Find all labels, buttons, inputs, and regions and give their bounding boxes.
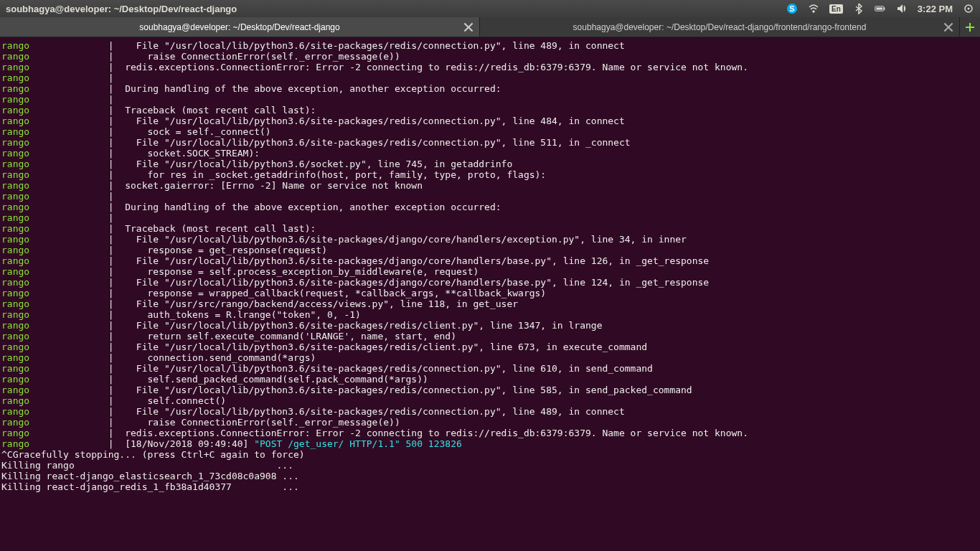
log-body: File "/usr/local/lib/python3.6/site-pack… xyxy=(114,342,648,352)
keyboard-lang-indicator[interactable]: En xyxy=(829,4,843,14)
new-tab-button[interactable] xyxy=(960,17,980,37)
log-tag: rango xyxy=(1,116,108,126)
log-tag: rango xyxy=(1,191,108,202)
log-body: File "/usr/local/lib/python3.6/site-pack… xyxy=(114,255,710,266)
log-tag: rango xyxy=(1,126,108,137)
log-body: Killing react-django_elasticsearch_1_73c… xyxy=(1,471,305,481)
log-tag: rango xyxy=(1,266,108,277)
terminal-line: rango | response = get_response(request) xyxy=(1,245,979,255)
log-body: Killing react-django_redis_1_fb38a1d4037… xyxy=(1,481,305,492)
terminal-line: rango | self.connect() xyxy=(1,395,979,406)
log-body: File "/usr/local/lib/python3.6/site-pack… xyxy=(114,40,625,51)
close-icon[interactable] xyxy=(943,22,953,32)
log-body: File "/usr/src/rango/backend/access/view… xyxy=(114,298,519,309)
terminal-tab-active[interactable]: soubhagya@developer: ~/Desktop/Dev/react… xyxy=(0,17,480,37)
log-pipe: | xyxy=(108,438,114,449)
terminal-line: rango | xyxy=(1,72,979,83)
log-tag: rango xyxy=(1,40,108,51)
terminal-line: rango | response = wrapped_callback(requ… xyxy=(1,288,979,298)
terminal-line: rango | During handling of the above exc… xyxy=(1,83,979,94)
log-body xyxy=(114,94,126,105)
log-pipe: | xyxy=(108,374,114,385)
log-tag: rango xyxy=(1,363,108,374)
log-pipe: | xyxy=(108,169,114,180)
log-body: File "/usr/local/lib/python3.6/site-pack… xyxy=(114,234,687,245)
log-tag: rango xyxy=(1,438,108,449)
log-body: ^CGracefully stopping... (press Ctrl+C a… xyxy=(1,449,305,460)
log-tag: rango xyxy=(1,159,108,169)
terminal-line: rango | Traceback (most recent call last… xyxy=(1,223,979,234)
log-pipe: | xyxy=(108,212,114,223)
battery-icon[interactable] xyxy=(875,3,886,14)
log-tag: rango xyxy=(1,212,108,223)
skype-icon[interactable]: S xyxy=(786,3,798,14)
log-pipe: | xyxy=(108,137,114,148)
log-pipe: | xyxy=(108,223,114,234)
log-tag: rango xyxy=(1,385,108,395)
terminal-line: rango | auth_tokens = R.lrange("token", … xyxy=(1,309,979,320)
log-pipe: | xyxy=(108,342,114,352)
tab-label: soubhagya@developer: ~/Desktop/Dev/react… xyxy=(573,22,867,32)
volume-icon[interactable] xyxy=(896,3,908,14)
terminal-line: rango | File "/usr/local/lib/python3.6/s… xyxy=(1,159,979,169)
terminal-output[interactable]: rango | File "/usr/local/lib/python3.6/s… xyxy=(0,37,980,551)
log-body: connection.send_command(*args) xyxy=(114,352,316,363)
log-tag: rango xyxy=(1,234,108,245)
log-body: File "/usr/local/lib/python3.6/socket.py… xyxy=(114,159,513,169)
log-tag: rango xyxy=(1,83,108,94)
svg-point-2 xyxy=(813,11,814,12)
log-pipe: | xyxy=(108,51,114,62)
terminal-line: rango | xyxy=(1,94,979,105)
log-request: "POST /get_user/ HTTP/1.1" 500 123826 xyxy=(254,438,462,449)
log-pipe: | xyxy=(108,428,114,438)
log-body: sock = self._connect() xyxy=(114,126,271,137)
terminal-line: rango | File "/usr/local/lib/python3.6/s… xyxy=(1,342,979,352)
terminal-line: rango | File "/usr/local/lib/python3.6/s… xyxy=(1,40,979,51)
system-tray: S En 3:22 PM xyxy=(786,3,974,14)
top-menubar: soubhagya@developer: ~/Desktop/Dev/react… xyxy=(0,0,980,17)
terminal-line: rango | File "/usr/local/lib/python3.6/s… xyxy=(1,363,979,374)
terminal-line: rango | During handling of the above exc… xyxy=(1,202,979,212)
log-pipe: | xyxy=(108,40,114,51)
log-tag: rango xyxy=(1,395,108,406)
tab-label: soubhagya@developer: ~/Desktop/Dev/react… xyxy=(139,22,339,32)
terminal-line: rango | File "/usr/local/lib/python3.6/s… xyxy=(1,255,979,266)
log-pipe: | xyxy=(108,417,114,428)
log-tag: rango xyxy=(1,277,108,288)
terminal-tab-inactive[interactable]: soubhagya@developer: ~/Desktop/Dev/react… xyxy=(480,17,960,37)
svg-rect-5 xyxy=(876,7,882,9)
log-pipe: | xyxy=(108,105,114,116)
terminal-line: rango | Traceback (most recent call last… xyxy=(1,105,979,116)
log-tag: rango xyxy=(1,169,108,180)
terminal-line: Killing rango ... xyxy=(1,460,979,471)
terminal-line: rango | for res in _socket.getaddrinfo(h… xyxy=(1,169,979,180)
close-icon[interactable] xyxy=(463,22,473,32)
terminal-line: rango | return self.execute_command('LRA… xyxy=(1,331,979,342)
log-body: for res in _socket.getaddrinfo(host, por… xyxy=(114,169,547,180)
terminal-line: rango | File "/usr/local/lib/python3.6/s… xyxy=(1,320,979,331)
log-pipe: | xyxy=(108,266,114,277)
wifi-icon[interactable] xyxy=(808,3,819,14)
log-body: File "/usr/local/lib/python3.6/site-pack… xyxy=(114,137,631,148)
terminal-line: rango | File "/usr/local/lib/python3.6/s… xyxy=(1,234,979,245)
clock[interactable]: 3:22 PM xyxy=(918,4,953,14)
log-tag: rango xyxy=(1,298,108,309)
session-gear-icon[interactable] xyxy=(963,3,974,14)
log-pipe: | xyxy=(108,309,114,320)
terminal-line: rango | xyxy=(1,191,979,202)
terminal-line: ^CGracefully stopping... (press Ctrl+C a… xyxy=(1,449,979,460)
log-tag: rango xyxy=(1,148,108,159)
log-body: self.connect() xyxy=(114,395,227,406)
log-body: response = get_response(request) xyxy=(114,245,327,255)
log-tag: rango xyxy=(1,180,108,191)
log-tag: rango xyxy=(1,309,108,320)
log-body: auth_tokens = R.lrange("token", 0, -1) xyxy=(114,309,361,320)
terminal-line: rango | redis.exceptions.ConnectionError… xyxy=(1,62,979,72)
terminal-line: rango | raise ConnectionError(self._erro… xyxy=(1,417,979,428)
terminal-line: Killing react-django_elasticsearch_1_73c… xyxy=(1,471,979,481)
log-tag: rango xyxy=(1,288,108,298)
log-body: response = wrapped_callback(request, *ca… xyxy=(114,288,547,298)
log-tag: rango xyxy=(1,417,108,428)
log-tag: rango xyxy=(1,342,108,352)
bluetooth-icon[interactable] xyxy=(853,3,864,14)
